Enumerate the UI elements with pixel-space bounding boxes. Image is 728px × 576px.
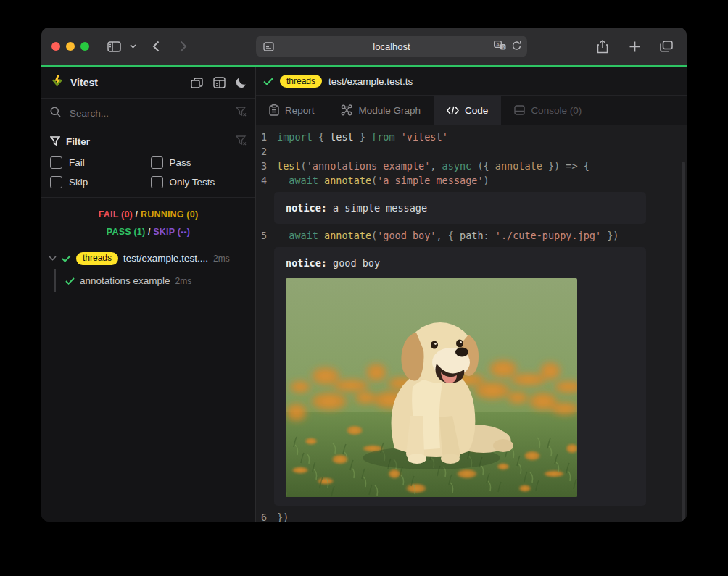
clear-search-filter-icon[interactable] — [236, 107, 247, 120]
filter-checkbox-pass[interactable]: Pass — [151, 156, 247, 169]
annotation-notice: notice: good boy — [274, 247, 646, 506]
open-file-name: test/example.test.ts — [328, 76, 413, 87]
tab-console[interactable]: Console (0) — [501, 96, 595, 125]
filter-icon — [50, 136, 60, 148]
checkbox-label: Pass — [170, 157, 191, 168]
line-number: 2 — [256, 144, 277, 159]
code-line: 4 await annotate('a simple message') — [256, 173, 687, 188]
reload-icon[interactable] — [512, 41, 521, 53]
browser-toolbar: localhost A 文 — [41, 28, 687, 65]
view-tabs: Report Module Graph Code Consol — [256, 96, 687, 125]
test-tree: threads test/example.test.... 2ms annota… — [41, 249, 255, 522]
minimize-window-button[interactable] — [66, 42, 75, 51]
filter-checkbox-only-tests[interactable]: Only Tests — [151, 176, 247, 188]
annotation-attachment-image[interactable] — [286, 278, 577, 497]
attachment-image-wrap — [286, 278, 634, 497]
code-line: 5 await annotate('good boy', { path: './… — [256, 228, 687, 243]
checkbox-box[interactable] — [151, 176, 163, 188]
pass-check-icon — [65, 277, 75, 285]
code-line: 3test('annotations example', async ({ an… — [256, 159, 687, 173]
notice-message: good boy — [327, 257, 380, 269]
tab-report[interactable]: Report — [256, 96, 328, 125]
vitest-logo-icon — [50, 74, 65, 91]
test-file-row[interactable]: threads test/example.test.... 2ms — [41, 249, 255, 269]
back-button[interactable] — [146, 36, 166, 57]
traffic-lights — [51, 42, 89, 51]
checkbox-label: Skip — [69, 177, 88, 188]
address-bar[interactable]: localhost A 文 — [256, 36, 527, 57]
test-case-duration: 2ms — [175, 276, 192, 286]
running-count: RUNNING (0) — [141, 209, 198, 220]
pass-count: PASS (1) — [107, 227, 145, 237]
sidebar-toggle-icon[interactable] — [104, 36, 124, 57]
file-header: threads test/example.test.ts — [256, 67, 687, 96]
svg-text:A: A — [496, 42, 500, 47]
chevron-down-icon[interactable] — [49, 256, 57, 261]
tab-module-graph[interactable]: Module Graph — [328, 96, 434, 125]
pass-check-icon — [263, 78, 273, 85]
test-file-name: test/example.test.... — [123, 253, 208, 264]
test-status-summary: FAIL (0) / RUNNING (0) PASS (1) / SKIP (… — [41, 198, 255, 249]
dashboard-icon[interactable] — [213, 77, 226, 88]
filter-checkbox-fail[interactable]: Fail — [50, 156, 146, 169]
code-line: 2 — [256, 144, 687, 159]
collapse-tests-icon[interactable] — [191, 77, 203, 88]
close-window-button[interactable] — [51, 42, 60, 51]
svg-text:文: 文 — [501, 44, 505, 49]
line-number: 3 — [256, 159, 277, 173]
notice-message: a simple message — [327, 202, 427, 214]
search-input[interactable] — [68, 107, 228, 120]
sidebar-menu-chevron-icon[interactable] — [127, 36, 138, 57]
checkbox-label: Fail — [69, 157, 85, 168]
filter-label: Filter — [66, 136, 90, 147]
notice-label: notice: — [286, 202, 327, 214]
clear-filter-icon[interactable] — [236, 135, 247, 148]
code-line: 6}) — [256, 510, 687, 522]
sidebar: Vitest — [41, 67, 256, 522]
skip-count: SKIP (--) — [153, 227, 190, 237]
checkbox-label: Only Tests — [170, 177, 215, 188]
dark-mode-moon-icon[interactable] — [236, 77, 247, 88]
filter-section: Filter FailPassSkipOnly Tests — [41, 128, 255, 198]
checkbox-box[interactable] — [50, 156, 62, 169]
line-number: 5 — [256, 228, 277, 243]
pool-badge: threads — [76, 252, 118, 265]
tab-overview-icon[interactable] — [656, 36, 677, 57]
forward-button[interactable] — [173, 36, 194, 57]
scrollbar-thumb[interactable] — [682, 162, 685, 522]
line-number: 1 — [256, 130, 277, 144]
code-editor[interactable]: 1import { test } from 'vitest'23test('an… — [256, 125, 687, 522]
line-number: 6 — [256, 510, 277, 522]
tree-guide-line — [54, 269, 56, 292]
share-icon[interactable] — [592, 36, 613, 57]
test-file-duration: 2ms — [213, 254, 230, 264]
checkbox-box[interactable] — [50, 176, 62, 188]
browser-window: localhost A 文 — [41, 28, 687, 522]
code-line: 1import { test } from 'vitest' — [256, 130, 687, 144]
pool-badge: threads — [280, 75, 322, 88]
test-case-name: annotations example — [80, 275, 170, 286]
new-tab-icon[interactable] — [624, 36, 645, 57]
notice-label: notice: — [286, 257, 327, 269]
pass-check-icon — [62, 255, 71, 262]
url-text: localhost — [256, 41, 527, 52]
zoom-window-button[interactable] — [80, 42, 89, 51]
checkbox-box[interactable] — [151, 156, 163, 169]
page-settings-icon[interactable] — [262, 40, 275, 53]
app-title: Vitest — [70, 77, 98, 88]
main-panel: threads test/example.test.ts Report Modu… — [256, 67, 687, 522]
fail-count: FAIL (0) — [99, 209, 133, 220]
search-icon — [50, 107, 61, 120]
test-case-row[interactable]: annotations example 2ms — [41, 270, 255, 292]
filter-checkbox-skip[interactable]: Skip — [50, 176, 146, 188]
annotation-notice: notice: a simple message — [274, 192, 646, 224]
line-number: 4 — [256, 173, 277, 188]
translate-icon[interactable]: A 文 — [494, 41, 506, 52]
tab-code[interactable]: Code — [434, 96, 501, 125]
